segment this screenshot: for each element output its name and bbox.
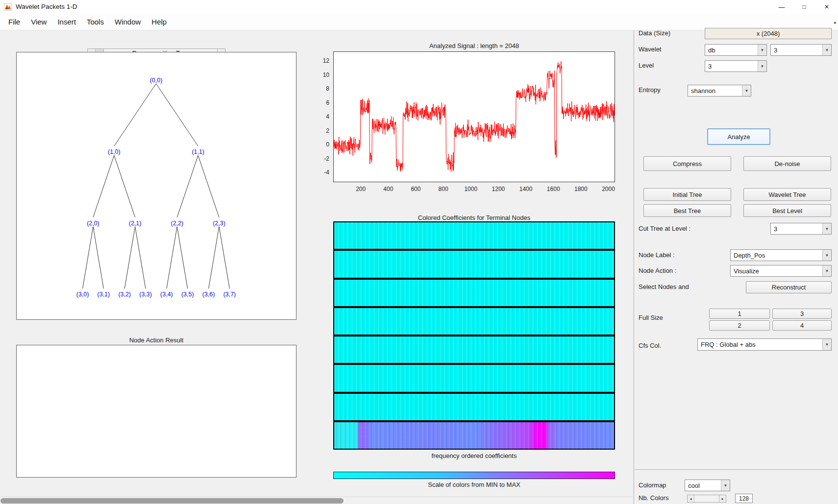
- analyzed-signal-plot: [333, 51, 615, 182]
- tree-edge: [219, 227, 229, 289]
- tree-node-label[interactable]: (0,0): [150, 77, 163, 84]
- node-label-combo[interactable]: Depth_Pos ▼: [730, 249, 832, 261]
- y-tick-label: 4: [313, 113, 329, 120]
- coefficients-row-1: [334, 251, 614, 277]
- best-tree-button[interactable]: Best Tree: [643, 204, 731, 217]
- x-tick-label: 1800: [570, 186, 592, 192]
- entropy-combo[interactable]: shannon ▼: [688, 85, 751, 96]
- analyzed-signal-svg: [334, 52, 615, 182]
- wavelet-number-value: 3: [771, 45, 822, 55]
- tree-edge: [156, 84, 198, 146]
- tree-node-label[interactable]: (3,5): [181, 291, 194, 298]
- y-tick-label: 8: [313, 85, 329, 92]
- cfs-col-label: Cfs Col.: [639, 342, 661, 349]
- chevron-down-icon[interactable]: ▼: [758, 45, 766, 55]
- node-label-label: Node Label :: [639, 251, 675, 259]
- x-tick-label: 1200: [488, 186, 509, 192]
- menu-insert[interactable]: Insert: [52, 14, 81, 30]
- analyzed-signal-line: [334, 61, 615, 172]
- coefficients-row-4: [334, 336, 614, 363]
- entropy-label: Entropy: [639, 86, 661, 94]
- y-tick-label: -4: [313, 169, 329, 176]
- full-size-button-1[interactable]: 1: [709, 309, 770, 319]
- node-action-label: Node Action :: [639, 267, 676, 274]
- menu-tools[interactable]: Tools: [81, 14, 109, 30]
- level-combo[interactable]: 3 ▼: [705, 60, 767, 72]
- wavelet-number-combo[interactable]: 3 ▼: [770, 44, 832, 56]
- minimize-button[interactable]: —: [770, 0, 793, 14]
- colormap-combo[interactable]: cool ▼: [685, 480, 730, 491]
- full-size-label: Full Size: [639, 314, 663, 321]
- chevron-down-icon[interactable]: ▼: [822, 339, 831, 350]
- menu-window[interactable]: Window: [109, 14, 146, 30]
- full-size-button-2[interactable]: 2: [709, 320, 770, 331]
- title-bar: Wavelet Packets 1-D — □ ✕: [0, 0, 838, 14]
- nb-colors-field[interactable]: 128: [735, 494, 753, 503]
- coefficients-caption: frequency ordered coefficients: [333, 452, 615, 459]
- chevron-down-icon[interactable]: ▼: [721, 480, 730, 491]
- chevron-down-icon[interactable]: ▼: [822, 250, 831, 261]
- cfs-col-combo[interactable]: FRQ : Global + abs ▼: [697, 338, 832, 351]
- tree-node-label[interactable]: (1,1): [192, 148, 204, 155]
- tree-node-label[interactable]: (3,4): [160, 291, 173, 298]
- compress-button[interactable]: Compress: [643, 156, 731, 171]
- menu-file[interactable]: File: [3, 14, 25, 30]
- maximize-button[interactable]: □: [793, 0, 815, 14]
- tree-node-label[interactable]: (2,0): [87, 220, 99, 227]
- window-hscrollbar-thumb[interactable]: [0, 498, 344, 504]
- coefficients-title: Colored Coefficients for Terminal Nodes: [333, 214, 615, 221]
- tree-node-label[interactable]: (3,1): [98, 291, 110, 298]
- signal-y-axis: 121086420-2-4: [313, 0, 329, 206]
- tree-node-label[interactable]: (2,3): [213, 220, 225, 227]
- menu-help[interactable]: Help: [146, 14, 172, 30]
- x-tick-label: 400: [377, 186, 399, 192]
- wavelet-family-combo[interactable]: db ▼: [705, 44, 767, 56]
- initial-tree-button[interactable]: Initial Tree: [643, 188, 731, 201]
- window-hscrollbar[interactable]: [0, 497, 633, 504]
- close-button[interactable]: ✕: [815, 0, 838, 14]
- chevron-down-icon[interactable]: ▼: [758, 61, 766, 72]
- slider-right-icon[interactable]: ▸: [719, 495, 726, 502]
- menu-view[interactable]: View: [25, 14, 52, 30]
- y-tick-label: 10: [313, 72, 329, 78]
- tree-edge: [83, 227, 93, 289]
- x-tick-label: 800: [433, 186, 454, 192]
- entropy-value: shannon: [688, 85, 742, 96]
- menubar-corner-icon[interactable]: ▴: [834, 20, 836, 24]
- tree-node-label[interactable]: (3,0): [76, 291, 89, 298]
- chevron-down-icon[interactable]: ▼: [822, 223, 831, 234]
- tree-node-label[interactable]: (2,1): [129, 220, 142, 227]
- y-tick-label: 2: [313, 127, 329, 134]
- node-action-combo[interactable]: Visualize ▼: [730, 265, 832, 277]
- colormap-label: Colormap: [639, 481, 666, 489]
- tree-node-label[interactable]: (3,2): [118, 291, 131, 298]
- wavelet-tree-button[interactable]: Wavelet Tree: [743, 188, 831, 201]
- tree-node-label[interactable]: (2,2): [171, 220, 184, 227]
- y-tick-label: 6: [313, 99, 329, 106]
- slider-track[interactable]: [694, 495, 719, 502]
- best-level-button[interactable]: Best Level: [743, 204, 831, 217]
- chevron-down-icon[interactable]: ▼: [742, 85, 751, 96]
- nb-colors-slider[interactable]: ◂ ▸: [687, 495, 726, 503]
- full-size-button-4[interactable]: 4: [772, 320, 832, 331]
- wavelet-family-value: db: [705, 45, 758, 55]
- full-size-button-3[interactable]: 3: [772, 309, 832, 319]
- analyzed-signal-title: Analyzed Signal : length = 2048: [333, 42, 615, 49]
- analyze-button[interactable]: Analyze: [707, 128, 770, 145]
- x-tick-label: 1000: [460, 186, 482, 192]
- tree-node-label[interactable]: (1,0): [108, 148, 121, 155]
- denoise-button[interactable]: De-noise: [743, 156, 831, 171]
- chevron-down-icon[interactable]: ▼: [822, 265, 831, 276]
- coefficients-row-0: [334, 222, 614, 249]
- tree-node-label[interactable]: (3,6): [202, 291, 215, 298]
- tree-edge: [135, 227, 146, 289]
- slider-left-icon[interactable]: ◂: [688, 495, 694, 502]
- reconstruct-button[interactable]: Reconstruct: [746, 281, 832, 293]
- level-value: 3: [705, 61, 758, 72]
- tree-node-label[interactable]: (3,7): [223, 291, 236, 298]
- colormap-section-divider: [635, 469, 838, 470]
- tree-edge: [177, 227, 187, 289]
- chevron-down-icon[interactable]: ▼: [822, 45, 831, 55]
- cut-tree-combo[interactable]: 3 ▼: [770, 223, 832, 235]
- tree-node-label[interactable]: (3,3): [139, 291, 152, 298]
